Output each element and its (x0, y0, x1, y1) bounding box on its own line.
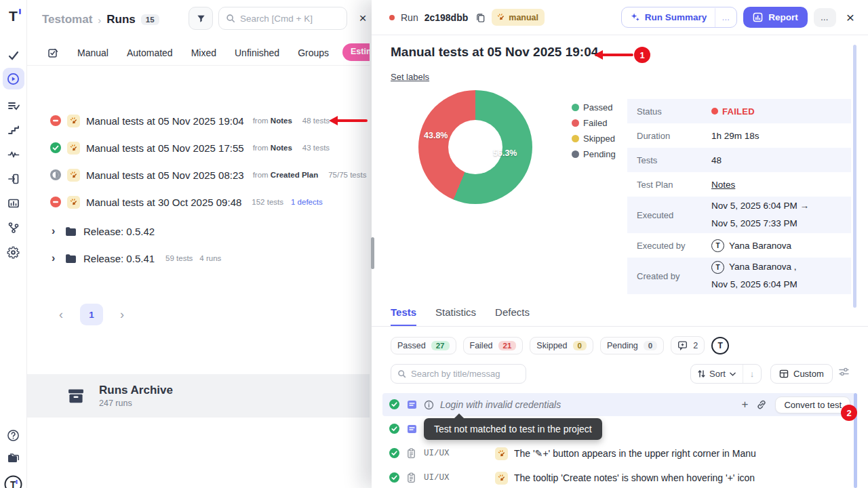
detail-scrollbar[interactable] (853, 45, 856, 308)
tests-search-input[interactable] (411, 369, 513, 379)
chip-pending[interactable]: Pending0 (600, 337, 664, 354)
close-panel-button[interactable]: × (842, 9, 859, 26)
manual-icon (495, 472, 508, 485)
run-tests-count: 43 tests (302, 144, 330, 152)
folder-title: Release: 0.5.42 (83, 226, 155, 237)
executed-by-name: Yana Baranova (729, 241, 791, 251)
status-partial-icon (50, 169, 61, 180)
skipped-count: 0 (573, 341, 587, 350)
release-folder-row[interactable]: › Release: 0.5.42 (52, 221, 155, 241)
copy-icon[interactable] (475, 12, 486, 23)
projects-folder-icon[interactable] (3, 447, 24, 469)
run-status-dot (389, 15, 395, 20)
settings-gear-icon[interactable] (3, 241, 24, 263)
steps-icon[interactable] (3, 119, 24, 141)
tests-check-icon[interactable] (3, 45, 24, 66)
report-button[interactable]: Report (743, 7, 808, 28)
plans-list-check-icon[interactable] (3, 95, 24, 117)
add-icon[interactable]: + (742, 398, 749, 411)
tab-statistics[interactable]: Statistics (435, 306, 476, 326)
link-icon[interactable] (756, 399, 767, 410)
folder-runs-count: 4 runs (199, 254, 221, 262)
run-defects-link[interactable]: 1 defects (291, 198, 323, 206)
tab-groups[interactable]: Groups (298, 47, 329, 58)
tab-estimate-chip[interactable]: Estim (342, 43, 370, 61)
runs-play-icon[interactable] (3, 68, 24, 89)
tab-defects[interactable]: Defects (495, 306, 530, 326)
left-panel-scrollbar[interactable] (371, 237, 374, 269)
pulse-icon[interactable] (3, 144, 24, 165)
run-label: Run (401, 12, 418, 23)
chip-comments[interactable]: 2 (671, 336, 705, 354)
branch-icon[interactable] (3, 217, 24, 239)
analytics-icon[interactable] (3, 192, 24, 214)
chip-passed[interactable]: Passed27 (391, 337, 456, 354)
page-number[interactable]: 1 (80, 304, 103, 325)
test-plan-link[interactable]: Notes (711, 180, 735, 190)
more-actions-button[interactable]: … (814, 8, 836, 27)
tests-search[interactable] (391, 364, 526, 384)
legend-label: Failed (583, 118, 607, 128)
manual-badge-label: manual (509, 13, 538, 22)
divider (27, 65, 370, 66)
tab-mixed[interactable]: Mixed (191, 47, 216, 58)
folder-title: Release: 0.5.41 (83, 253, 155, 264)
custom-columns-button[interactable]: Custom (770, 364, 833, 384)
result-filter-chips: Passed27 Failed21 Skipped0 Pending0 2 T (391, 336, 729, 354)
folder-tests-count: 59 tests (165, 254, 193, 262)
next-page-button[interactable]: › (113, 308, 132, 322)
run-from-label: from (253, 117, 269, 125)
note-icon (406, 424, 418, 434)
created-by-name: Yana Baranova , (729, 261, 797, 273)
run-title: Manual tests at 05 Nov 2025 19:04 (86, 115, 244, 127)
run-summary-more-button[interactable]: … (715, 8, 736, 27)
testomat-logo-icon[interactable]: T (3, 5, 24, 27)
set-labels-link[interactable]: Set labels (391, 72, 429, 82)
global-search-input[interactable] (240, 14, 328, 24)
tab-unfinished[interactable]: Unfinished (235, 47, 279, 58)
filter-button[interactable] (189, 7, 213, 30)
archive-title: Runs Archive (99, 384, 173, 397)
comment-plus-icon (677, 340, 688, 350)
release-folder-row[interactable]: › Release: 0.5.41 59 tests 4 runs (52, 248, 221, 268)
runs-archive[interactable]: Runs Archive 247 runs (27, 374, 370, 418)
chip-skipped[interactable]: Skipped0 (530, 337, 593, 354)
tab-manual[interactable]: Manual (77, 47, 108, 58)
legend-dot-pending (572, 150, 579, 158)
chevron-right-icon[interactable]: › (52, 252, 58, 264)
passed-slice-label: 56.3% (493, 148, 517, 158)
chip-failed[interactable]: Failed21 (463, 337, 524, 354)
user-avatar[interactable]: T (3, 473, 24, 488)
breadcrumb-project[interactable]: Testomat (42, 13, 92, 26)
assignee-avatar[interactable]: T (711, 337, 729, 354)
archive-box-icon (66, 387, 85, 405)
annotation-badge-1: 1 (634, 47, 650, 63)
note-icon (406, 399, 418, 410)
sliders-icon[interactable] (838, 366, 850, 378)
sort-button[interactable]: Sort (691, 365, 743, 383)
sort-direction-button[interactable]: ↓ (743, 365, 762, 383)
run-row[interactable]: Manual tests at 30 Oct 2025 09:48 152 te… (50, 191, 323, 213)
chevron-right-icon[interactable]: › (52, 225, 58, 237)
status-value: FAILED (722, 106, 755, 117)
global-search[interactable] (218, 7, 347, 30)
run-summary-button[interactable]: Run Summary (622, 7, 715, 27)
prev-page-button[interactable]: ‹ (52, 308, 71, 322)
run-tests-count: 48 tests (302, 117, 330, 125)
tab-automated[interactable]: Automated (127, 47, 173, 58)
run-row[interactable]: Manual tests at 05 Nov 2025 17:55 from N… (50, 137, 330, 159)
test-row[interactable]: UI/UX The tooltip 'Create notes' is show… (382, 466, 857, 488)
info-row-status: Status FAILED (627, 99, 851, 123)
run-row[interactable]: Manual tests at 05 Nov 2025 19:04 from N… (50, 110, 330, 131)
run-row[interactable]: Manual tests at 05 Nov 2025 08:23 from C… (50, 164, 366, 186)
test-row[interactable]: UI/UX The '✎+' button appears in the upp… (382, 442, 857, 465)
test-row[interactable]: Login with invalid credentials + Convert… (382, 393, 857, 416)
edit-run-icon[interactable] (47, 47, 59, 59)
run-title: Manual tests at 30 Oct 2025 09:48 (86, 197, 241, 208)
tab-tests[interactable]: Tests (391, 306, 416, 326)
folder-icon (65, 226, 77, 237)
help-icon[interactable] (3, 424, 24, 446)
convert-to-test-button[interactable]: Convert to test (775, 396, 850, 413)
close-search-button[interactable]: × (347, 7, 370, 30)
import-icon[interactable] (3, 168, 24, 190)
